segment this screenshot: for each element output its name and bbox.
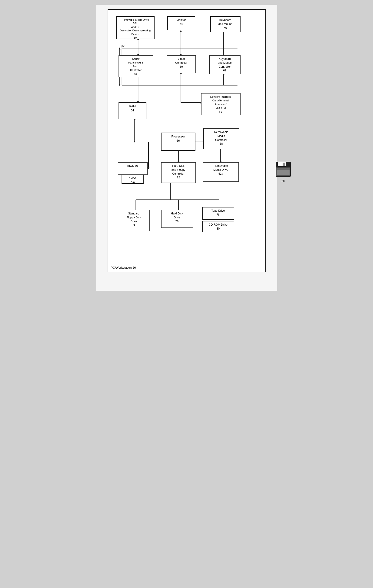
floppy-label: 28 [274,179,292,183]
svg-rect-68 [282,163,285,166]
label-32: 32 [121,44,125,48]
box-processor-66: Processor66 [161,133,195,151]
box-hard-disk-drive-76: Hard DiskDrive76 [161,210,193,228]
box-removable-media-controller-68: RemovableMediaController68 [203,128,239,149]
box-serial-parallel-58: Serial/Parallel/USBPort .Controller58 [119,55,153,77]
svg-marker-49 [147,167,149,169]
box-standard-floppy-74: StandardFloppy DiskDrive74 [118,210,150,231]
box-monitor-54: Monitor54 [167,16,195,30]
box-removable-media-drive-52b: Removable Media Drive52bAnd/OrDecryption… [116,16,155,39]
box-network-interface-82: Network InterfaceCard/TerminalAdapater/M… [201,93,241,115]
box-cmos-70a: CMOS70a [121,175,144,184]
pc-workstation-label: PC/Workstation 20 [111,266,136,270]
box-keyboard-mouse-controller-62: Keyboardand MouseController62 [209,55,241,74]
svg-rect-71 [277,168,290,170]
box-tape-drive-78: Tape Drive78 [202,207,234,220]
box-cdrom-drive-80: CD-ROM Drive80 [202,221,234,232]
diagram-container: Removable Media Drive52bAnd/OrDecryption… [108,9,266,272]
box-video-controller-60: VideoController60 [167,55,196,73]
box-removable-media-drive-52a: RemovableMedia Drive52a [203,162,239,182]
box-hard-disk-floppy-controller-72: Hard Diskand FloppyController72 [161,162,196,183]
svg-marker-64 [119,84,120,86]
box-ram-64: RAM64 [119,102,146,119]
floppy-disk-icon: 28 [274,160,292,183]
svg-marker-63 [119,47,120,49]
page: Removable Media Drive52bAnd/OrDecryption… [96,5,277,291]
svg-marker-35 [134,141,135,143]
box-keyboard-mouse-56: Keyboardand Mouse56 [210,16,241,32]
box-bios-70: BIOS 70 [118,162,148,175]
